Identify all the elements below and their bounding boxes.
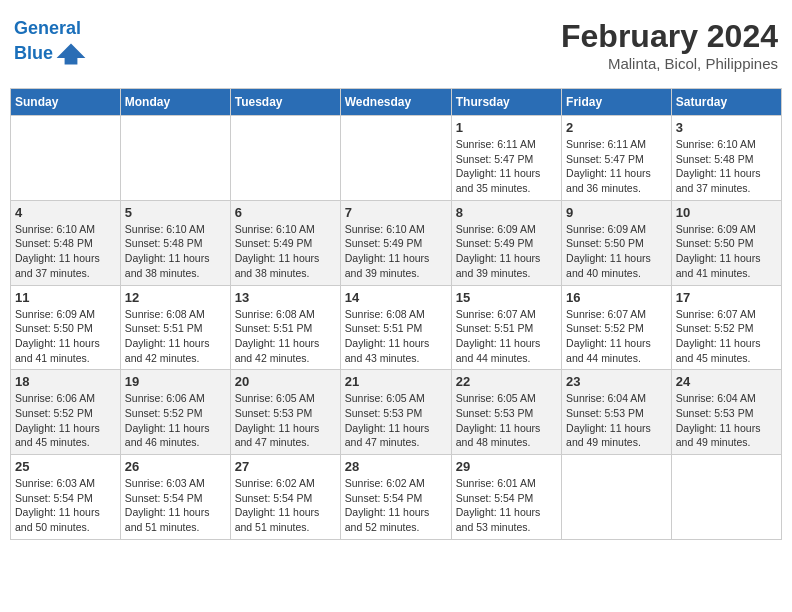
day-info: Sunrise: 6:07 AM Sunset: 5:51 PM Dayligh… [456,307,557,366]
day-info: Sunrise: 6:10 AM Sunset: 5:48 PM Dayligh… [676,137,777,196]
header: General Blue February 2024 Malinta, Bico… [10,10,782,80]
day-number: 2 [566,120,667,135]
day-cell: 7Sunrise: 6:10 AM Sunset: 5:49 PM Daylig… [340,200,451,285]
day-info: Sunrise: 6:05 AM Sunset: 5:53 PM Dayligh… [456,391,557,450]
logo-icon [55,40,87,68]
day-info: Sunrise: 6:09 AM Sunset: 5:50 PM Dayligh… [676,222,777,281]
day-number: 10 [676,205,777,220]
day-number: 21 [345,374,447,389]
day-cell: 19Sunrise: 6:06 AM Sunset: 5:52 PM Dayli… [120,370,230,455]
day-number: 1 [456,120,557,135]
day-number: 29 [456,459,557,474]
day-number: 6 [235,205,336,220]
day-cell [671,455,781,540]
day-number: 3 [676,120,777,135]
day-number: 13 [235,290,336,305]
day-info: Sunrise: 6:09 AM Sunset: 5:49 PM Dayligh… [456,222,557,281]
day-cell: 29Sunrise: 6:01 AM Sunset: 5:54 PM Dayli… [451,455,561,540]
day-cell: 4Sunrise: 6:10 AM Sunset: 5:48 PM Daylig… [11,200,121,285]
day-cell: 28Sunrise: 6:02 AM Sunset: 5:54 PM Dayli… [340,455,451,540]
day-cell: 20Sunrise: 6:05 AM Sunset: 5:53 PM Dayli… [230,370,340,455]
day-number: 14 [345,290,447,305]
week-row: 4Sunrise: 6:10 AM Sunset: 5:48 PM Daylig… [11,200,782,285]
day-number: 20 [235,374,336,389]
day-number: 12 [125,290,226,305]
day-info: Sunrise: 6:04 AM Sunset: 5:53 PM Dayligh… [676,391,777,450]
day-cell: 5Sunrise: 6:10 AM Sunset: 5:48 PM Daylig… [120,200,230,285]
weekday-header-cell: Monday [120,89,230,116]
day-info: Sunrise: 6:08 AM Sunset: 5:51 PM Dayligh… [235,307,336,366]
day-number: 23 [566,374,667,389]
day-number: 8 [456,205,557,220]
day-info: Sunrise: 6:05 AM Sunset: 5:53 PM Dayligh… [235,391,336,450]
day-cell: 25Sunrise: 6:03 AM Sunset: 5:54 PM Dayli… [11,455,121,540]
weekday-header-cell: Friday [562,89,672,116]
week-row: 1Sunrise: 6:11 AM Sunset: 5:47 PM Daylig… [11,116,782,201]
weekday-header-cell: Tuesday [230,89,340,116]
day-number: 9 [566,205,667,220]
logo: General Blue [14,18,87,68]
weekday-header-cell: Sunday [11,89,121,116]
day-cell: 3Sunrise: 6:10 AM Sunset: 5:48 PM Daylig… [671,116,781,201]
week-row: 11Sunrise: 6:09 AM Sunset: 5:50 PM Dayli… [11,285,782,370]
day-cell: 15Sunrise: 6:07 AM Sunset: 5:51 PM Dayli… [451,285,561,370]
day-info: Sunrise: 6:07 AM Sunset: 5:52 PM Dayligh… [676,307,777,366]
day-cell: 9Sunrise: 6:09 AM Sunset: 5:50 PM Daylig… [562,200,672,285]
day-cell: 6Sunrise: 6:10 AM Sunset: 5:49 PM Daylig… [230,200,340,285]
day-number: 22 [456,374,557,389]
day-number: 27 [235,459,336,474]
day-number: 5 [125,205,226,220]
day-info: Sunrise: 6:07 AM Sunset: 5:52 PM Dayligh… [566,307,667,366]
day-info: Sunrise: 6:11 AM Sunset: 5:47 PM Dayligh… [566,137,667,196]
day-cell: 23Sunrise: 6:04 AM Sunset: 5:53 PM Dayli… [562,370,672,455]
day-info: Sunrise: 6:03 AM Sunset: 5:54 PM Dayligh… [125,476,226,535]
day-cell: 16Sunrise: 6:07 AM Sunset: 5:52 PM Dayli… [562,285,672,370]
day-cell: 8Sunrise: 6:09 AM Sunset: 5:49 PM Daylig… [451,200,561,285]
day-info: Sunrise: 6:02 AM Sunset: 5:54 PM Dayligh… [235,476,336,535]
day-info: Sunrise: 6:06 AM Sunset: 5:52 PM Dayligh… [15,391,116,450]
day-info: Sunrise: 6:02 AM Sunset: 5:54 PM Dayligh… [345,476,447,535]
day-cell: 26Sunrise: 6:03 AM Sunset: 5:54 PM Dayli… [120,455,230,540]
calendar-body: 1Sunrise: 6:11 AM Sunset: 5:47 PM Daylig… [11,116,782,540]
day-cell: 12Sunrise: 6:08 AM Sunset: 5:51 PM Dayli… [120,285,230,370]
day-info: Sunrise: 6:10 AM Sunset: 5:48 PM Dayligh… [125,222,226,281]
weekday-header-cell: Wednesday [340,89,451,116]
day-cell: 13Sunrise: 6:08 AM Sunset: 5:51 PM Dayli… [230,285,340,370]
day-number: 17 [676,290,777,305]
day-number: 24 [676,374,777,389]
svg-marker-0 [57,43,86,64]
title-area: February 2024 Malinta, Bicol, Philippine… [561,18,778,72]
day-cell [562,455,672,540]
day-number: 28 [345,459,447,474]
day-cell [11,116,121,201]
logo-text: General [14,18,87,40]
day-number: 15 [456,290,557,305]
day-number: 11 [15,290,116,305]
day-cell: 14Sunrise: 6:08 AM Sunset: 5:51 PM Dayli… [340,285,451,370]
day-info: Sunrise: 6:04 AM Sunset: 5:53 PM Dayligh… [566,391,667,450]
day-number: 25 [15,459,116,474]
day-info: Sunrise: 6:05 AM Sunset: 5:53 PM Dayligh… [345,391,447,450]
week-row: 25Sunrise: 6:03 AM Sunset: 5:54 PM Dayli… [11,455,782,540]
day-cell [340,116,451,201]
day-cell: 2Sunrise: 6:11 AM Sunset: 5:47 PM Daylig… [562,116,672,201]
day-info: Sunrise: 6:08 AM Sunset: 5:51 PM Dayligh… [125,307,226,366]
logo-blue: Blue [14,43,53,65]
day-number: 4 [15,205,116,220]
day-info: Sunrise: 6:09 AM Sunset: 5:50 PM Dayligh… [566,222,667,281]
day-info: Sunrise: 6:03 AM Sunset: 5:54 PM Dayligh… [15,476,116,535]
day-info: Sunrise: 6:10 AM Sunset: 5:49 PM Dayligh… [235,222,336,281]
day-cell: 27Sunrise: 6:02 AM Sunset: 5:54 PM Dayli… [230,455,340,540]
day-cell: 24Sunrise: 6:04 AM Sunset: 5:53 PM Dayli… [671,370,781,455]
day-info: Sunrise: 6:10 AM Sunset: 5:48 PM Dayligh… [15,222,116,281]
day-info: Sunrise: 6:09 AM Sunset: 5:50 PM Dayligh… [15,307,116,366]
location: Malinta, Bicol, Philippines [561,55,778,72]
day-info: Sunrise: 6:08 AM Sunset: 5:51 PM Dayligh… [345,307,447,366]
day-info: Sunrise: 6:06 AM Sunset: 5:52 PM Dayligh… [125,391,226,450]
day-info: Sunrise: 6:01 AM Sunset: 5:54 PM Dayligh… [456,476,557,535]
weekday-header-row: SundayMondayTuesdayWednesdayThursdayFrid… [11,89,782,116]
day-cell [230,116,340,201]
day-cell: 21Sunrise: 6:05 AM Sunset: 5:53 PM Dayli… [340,370,451,455]
day-cell [120,116,230,201]
day-info: Sunrise: 6:10 AM Sunset: 5:49 PM Dayligh… [345,222,447,281]
